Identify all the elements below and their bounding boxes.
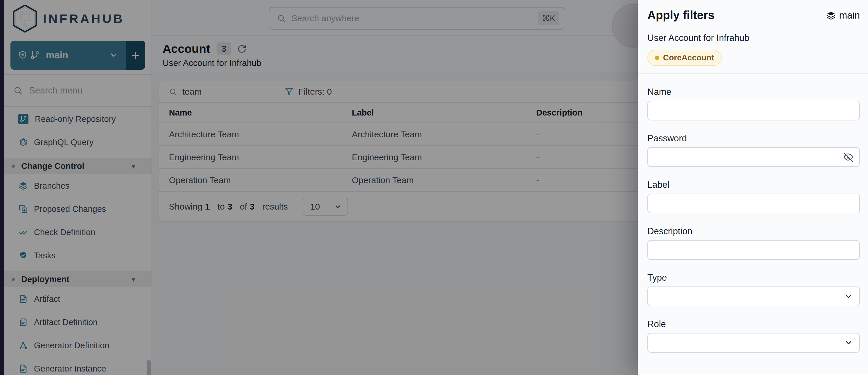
field-label: Type — [647, 273, 860, 283]
layers-icon — [827, 11, 836, 20]
modal-overlay[interactable] — [0, 0, 638, 375]
app-window: INFRAHUB main + Search menu Read-only Re… — [0, 0, 868, 375]
field-name: Name — [647, 87, 860, 121]
toggle-password-visibility[interactable] — [844, 152, 853, 162]
apply-filters-panel: Apply filters main User Account for Infr… — [638, 0, 868, 375]
field-label: Label — [647, 180, 860, 190]
field-label-input: Label — [647, 180, 860, 213]
field-role: Role — [647, 319, 860, 353]
role-select[interactable] — [647, 333, 860, 353]
filters-form: Name Password Label Description — [647, 87, 860, 353]
type-select[interactable] — [647, 286, 860, 306]
kind-badge: CoreAccount — [647, 50, 722, 66]
eye-off-icon — [844, 152, 853, 162]
field-label: Name — [647, 87, 860, 97]
field-password: Password — [647, 133, 860, 167]
panel-divider — [638, 73, 868, 74]
name-field[interactable] — [648, 101, 859, 120]
field-label: Role — [647, 319, 860, 330]
panel-branch-name: main — [839, 10, 860, 21]
kind-dot-icon — [655, 56, 659, 60]
field-label: Description — [647, 226, 860, 237]
kind-badge-label: CoreAccount — [663, 53, 714, 62]
panel-subtitle: User Account for Infrahub — [647, 33, 860, 43]
panel-header: Apply filters main User Account for Infr… — [647, 0, 860, 66]
description-field[interactable] — [648, 241, 859, 259]
field-type: Type — [647, 273, 860, 306]
field-label: Password — [647, 133, 860, 144]
label-field[interactable] — [648, 194, 859, 213]
field-description: Description — [647, 226, 860, 260]
chevron-down-icon — [844, 338, 853, 347]
password-field[interactable] — [648, 148, 859, 166]
chevron-down-icon — [844, 292, 853, 301]
panel-branch-indicator: main — [827, 10, 860, 21]
